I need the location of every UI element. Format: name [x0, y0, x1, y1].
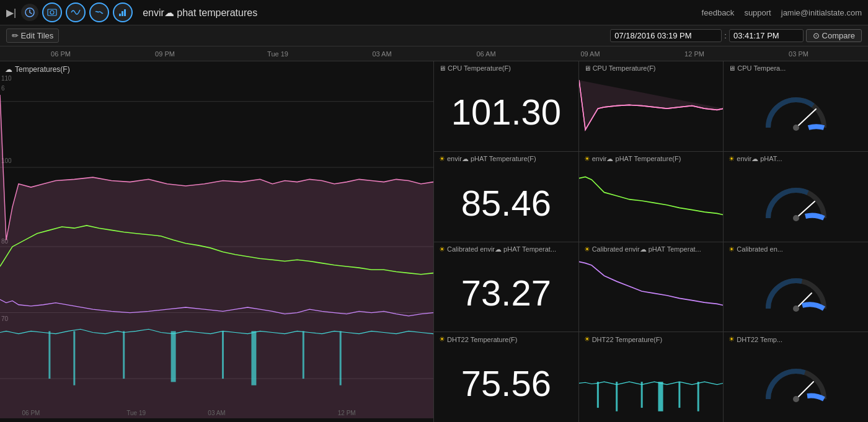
svg-point-1	[50, 11, 54, 14]
tile-envir-temp-gauge-title: ☀ envir☁ pHAT...	[724, 152, 868, 164]
sun-icon-5: ☀	[584, 245, 590, 253]
tile-dht22-temp-title: ☀ DHT22 Temperature(F)	[434, 332, 578, 345]
tile-envir-temp-line-title: ☀ envir☁ pHAT Temperature(F)	[579, 152, 724, 164]
tile-calib-temp-display: 73.27	[434, 255, 578, 332]
sun-icon-9: ☀	[728, 335, 735, 343]
svg-text:12 PM: 12 PM	[338, 409, 356, 416]
sun-icon-6: ☀	[728, 245, 735, 253]
svg-rect-4	[124, 9, 126, 16]
tile-calib-temp-line-title: ☀ Calibrated envir☁ pHAT Temperat...	[579, 242, 724, 255]
nav-btn-wave[interactable]	[66, 2, 86, 22]
tile-cpu-temp-value: 🖥 CPU Temperature(F) 101.30	[434, 61, 578, 151]
expand-icon[interactable]: ▶|	[6, 7, 16, 19]
sun-icon-3: ☀	[728, 155, 735, 163]
user-email-link[interactable]: jamie@initialstate.com	[781, 8, 862, 17]
svg-text:Tue 19: Tue 19	[126, 409, 146, 416]
nav-btn-bar[interactable]	[113, 2, 133, 22]
left-chart-canvas: 06 PM Tue 19 03 AM 12 PM	[0, 75, 433, 418]
monitor-icon-3: 🖥	[728, 64, 735, 72]
svg-point-23	[793, 125, 799, 131]
tile-envir-temp-gauge: ☀ envir☁ pHAT...	[724, 152, 868, 242]
left-chart-label: Temperatures(F)	[15, 65, 70, 74]
tile-envir-gauge-display	[724, 164, 868, 242]
gauge-svg-3	[759, 268, 833, 318]
sun-icon-4: ☀	[439, 245, 445, 253]
support-link[interactable]: support	[744, 8, 771, 17]
tile-calib-temp-title: ☀ Calibrated envir☁ pHAT Temperat...	[434, 242, 578, 255]
time-tick-6: 12 PM	[684, 50, 704, 58]
tile-cpu-temp-line: 🖥 CPU Temperature(F)	[579, 61, 724, 151]
tile-calib-temp-value: ☀ Calibrated envir☁ pHAT Temperat... 73.…	[434, 242, 578, 332]
time-tick-3: 03 AM	[372, 50, 391, 58]
toolbar: ✏ Edit Tiles : ⊙ Compare	[0, 25, 868, 46]
time-tick-1: 09 PM	[155, 50, 175, 58]
monitor-icon-1: 🖥	[439, 64, 446, 72]
svg-text:06 PM: 06 PM	[22, 409, 40, 416]
tile-envir-temp-display: 85.46	[434, 164, 578, 242]
sun-icon-1: ☀	[439, 155, 445, 163]
gauge-svg-2	[759, 178, 833, 227]
edit-tiles-button[interactable]: ✏ Edit Tiles	[6, 29, 59, 43]
tile-cpu-temp-gauge: 🖥 CPU Tempera...	[724, 61, 868, 151]
datetime-end-input[interactable]	[729, 29, 804, 42]
tile-cpu-temp-display: 101.30	[434, 73, 578, 151]
tile-envir-temp-title: ☀ envir☁ pHAT Temperature(F)	[434, 152, 578, 164]
dht22-line-chart-svg	[579, 345, 724, 422]
svg-rect-2	[119, 14, 121, 16]
tile-envir-temp-value: ☀ envir☁ pHAT Temperature(F) 85.46	[434, 152, 578, 242]
calib-line-chart-svg	[579, 255, 724, 332]
left-chart-title: ☁ Temperatures(F)	[0, 61, 433, 75]
time-axis: 06 PM 09 PM Tue 19 03 AM 06 AM 09 AM 12 …	[0, 46, 868, 61]
logo-icon	[21, 4, 38, 21]
tile-cpu-gauge-display	[724, 73, 868, 151]
svg-rect-3	[122, 11, 123, 16]
svg-point-35	[793, 396, 799, 402]
tile-cpu-temp-line-title: 🖥 CPU Temperature(F)	[579, 61, 724, 73]
left-chart-panel: ☁ Temperatures(F) 110 6 100 80 70	[0, 61, 434, 422]
tile-dht22-temp-value: ☀ DHT22 Temperature(F) 75.56	[434, 332, 578, 422]
gauge-svg-4	[759, 359, 833, 408]
tile-cpu-temp-title: 🖥 CPU Temperature(F)	[434, 61, 578, 73]
tile-envir-temp-line: ☀ envir☁ pHAT Temperature(F)	[579, 152, 724, 242]
tile-dht22-temp-display: 75.56	[434, 345, 578, 422]
page-title: envir☁ phat temperatures	[143, 7, 701, 19]
feedback-link[interactable]: feedback	[702, 8, 735, 17]
nav-right-links: feedback support jamie@initialstate.com	[702, 8, 862, 17]
envir-line-chart-svg	[579, 164, 724, 242]
compare-button[interactable]: ⊙ Compare	[806, 29, 862, 42]
cloud-icon: ☁	[5, 65, 12, 74]
time-tick-4: 06 AM	[476, 50, 495, 58]
sun-icon-8: ☀	[584, 335, 590, 343]
tile-cpu-temp-gauge-title: 🖥 CPU Tempera...	[724, 61, 868, 73]
tile-dht22-temp-line-title: ☀ DHT22 Temperature(F)	[579, 332, 724, 345]
tile-calib-temp-gauge-title: ☀ Calibrated en...	[724, 242, 868, 255]
time-tick-5: 09 AM	[580, 50, 600, 58]
monitor-icon-2: 🖥	[584, 64, 591, 72]
nav-btn-check[interactable]	[89, 2, 109, 22]
tile-calib-temp-line: ☀ Calibrated envir☁ pHAT Temperat...	[579, 242, 724, 332]
right-tile-grid: 🖥 CPU Temperature(F) 101.30 🖥 CPU Temper…	[434, 61, 868, 422]
tile-dht22-gauge-display	[724, 345, 868, 422]
svg-text:03 AM: 03 AM	[208, 409, 225, 416]
left-chart-svg: 06 PM Tue 19 03 AM 12 PM	[0, 75, 433, 418]
tile-dht22-temp-gauge-title: ☀ DHT22 Temp...	[724, 332, 868, 345]
tile-calib-temp-gauge: ☀ Calibrated en...	[724, 242, 868, 332]
time-tick-0: 06 PM	[51, 50, 71, 58]
tile-calib-gauge-display	[724, 255, 868, 332]
time-tick-7: 03 PM	[789, 50, 808, 58]
datetime-separator: :	[724, 31, 727, 40]
tile-dht22-temp-line: ☀ DHT22 Temperature(F)	[579, 332, 724, 422]
nav-btn-photo[interactable]	[42, 2, 62, 22]
top-nav: ▶| envir☁ phat temperatures feedback sup…	[0, 0, 868, 25]
gauge-svg-1	[759, 87, 833, 137]
datetime-area: : ⊙ Compare	[610, 29, 862, 42]
svg-point-25	[793, 215, 799, 221]
sun-icon-7: ☀	[439, 335, 445, 343]
tile-dht22-temp-gauge: ☀ DHT22 Temp...	[724, 332, 868, 422]
sun-icon-2: ☀	[584, 155, 590, 163]
cpu-line-chart-svg	[579, 73, 724, 151]
datetime-start-input[interactable]	[610, 29, 722, 42]
time-tick-2: Tue 19	[267, 50, 288, 58]
main-content: ☁ Temperatures(F) 110 6 100 80 70	[0, 61, 868, 422]
svg-point-27	[793, 306, 799, 312]
